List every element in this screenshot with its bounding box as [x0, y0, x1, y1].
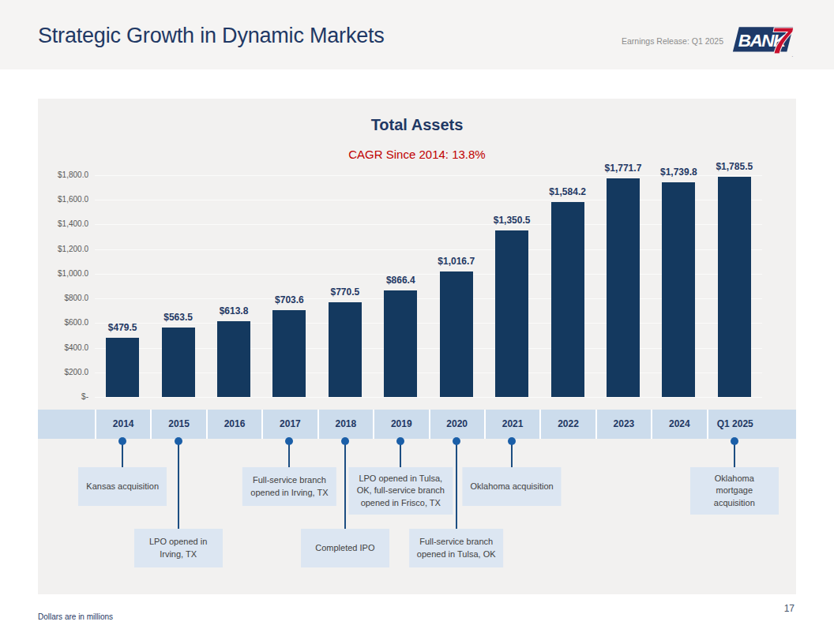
y-tick-label: $1,200.0: [39, 245, 88, 253]
timeline-connector: [400, 441, 401, 470]
bar: [495, 230, 528, 397]
event-callout: Full-service branch opened in Irving, TX: [242, 467, 336, 506]
x-axis-year-cell: 2018: [317, 410, 373, 439]
bar-value-label: $479.5: [84, 322, 161, 333]
y-tick-label: $800.0: [39, 294, 88, 302]
event-callout: Oklahoma acquisition: [463, 467, 562, 506]
bar: [662, 182, 695, 397]
units-footnote: Dollars are in millions: [38, 612, 113, 621]
y-tick-label: $1,000.0: [39, 270, 88, 278]
event-callout: LPO opened in Irving, TX: [134, 529, 223, 567]
x-axis-year-cell: 2020: [429, 410, 484, 439]
x-axis-year-cell: 2019: [373, 410, 428, 439]
bar-value-label: $770.5: [306, 286, 384, 298]
chart-title: Total Assets: [38, 116, 796, 134]
bar: [551, 202, 584, 397]
bar-value-label: $613.8: [195, 305, 272, 316]
bar-value-label: $1,785.5: [696, 161, 773, 172]
timeline-dot: [396, 437, 404, 445]
x-axis-year-cell: 2024: [651, 410, 706, 439]
x-axis-year-cell: 2014: [95, 410, 150, 439]
x-axis-year-cell: 2023: [595, 410, 651, 439]
timeline-connector: [456, 441, 457, 532]
x-axis-year-cell: 2021: [484, 410, 539, 439]
timeline-connector: [344, 441, 346, 532]
timeline-dot: [175, 437, 182, 445]
timeline-connector: [288, 441, 290, 470]
bar: [106, 338, 139, 397]
timeline-connector: [734, 441, 735, 470]
bar: [217, 321, 250, 397]
y-tick-label: $400.0: [39, 344, 88, 352]
x-axis-year-cell: 2022: [539, 410, 595, 439]
y-tick-label: $1,600.0: [39, 196, 88, 204]
timeline-dot: [341, 437, 349, 445]
bar: [329, 302, 362, 397]
timeline-dot: [731, 437, 738, 445]
bank7-logo: BANK 7 .: [730, 16, 798, 58]
x-axis-year-cell: Q1 2025: [707, 410, 762, 439]
event-callout: Full-service branch opened in Tulsa, OK: [409, 529, 504, 567]
bar: [718, 177, 751, 397]
y-tick-label: $1,800.0: [39, 171, 88, 179]
chart-subtitle: CAGR Since 2014: 13.8%: [38, 148, 796, 161]
x-axis-year-cell: 2016: [206, 410, 261, 439]
logo-trademark-dot: .: [791, 51, 793, 58]
bar: [162, 328, 195, 397]
earnings-release-label: Earnings Release: Q1 2025: [622, 36, 723, 46]
slide-header: Strategic Growth in Dynamic Markets Earn…: [0, 0, 834, 69]
bar: [384, 290, 417, 397]
x-axis-year-cell: 2017: [261, 410, 317, 439]
bar-value-label: $1,350.5: [473, 215, 550, 226]
event-callout: Completed IPO: [301, 529, 389, 567]
y-tick-label: $600.0: [39, 319, 88, 327]
bar-value-label: $866.4: [362, 275, 439, 286]
event-callout: Oklahoma mortgage acquisition: [690, 467, 779, 515]
page-number: 17: [784, 603, 795, 614]
timeline-connector: [178, 441, 179, 532]
timeline-dot: [285, 437, 293, 445]
x-axis-year-cell: 2015: [150, 410, 205, 439]
y-tick-label: $1,400.0: [39, 220, 88, 228]
timeline-dot: [453, 437, 460, 445]
bar: [440, 271, 473, 397]
timeline-dot: [508, 437, 516, 445]
page-title: Strategic Growth in Dynamic Markets: [38, 24, 385, 48]
event-callout: LPO opened in Tulsa, OK, full-service br…: [349, 467, 453, 515]
event-callout: Kansas acquisition: [78, 467, 167, 506]
slide: Strategic Growth in Dynamic Markets Earn…: [0, 0, 834, 644]
bar: [272, 310, 306, 397]
bar: [607, 178, 640, 397]
y-tick-label: $200.0: [39, 369, 88, 376]
bar-value-label: $1,016.7: [418, 256, 495, 267]
chart-card: Total Assets CAGR Since 2014: 13.8% $1,8…: [38, 99, 796, 594]
bar-value-label: $1,584.2: [528, 186, 606, 197]
timeline-dot: [118, 437, 126, 445]
timeline-connector: [511, 441, 513, 470]
gridline: [95, 397, 762, 398]
timeline-connector: [122, 441, 123, 470]
y-tick-label: $-: [39, 393, 88, 401]
